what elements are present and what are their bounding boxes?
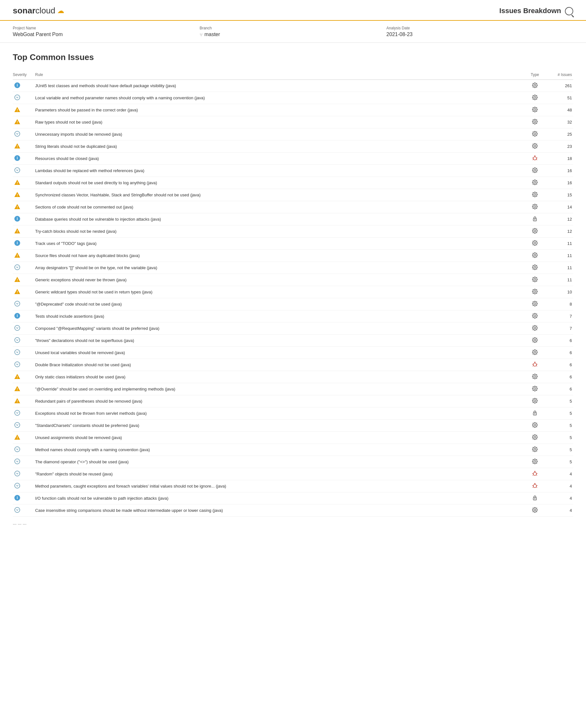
svg-line-275 xyxy=(536,378,537,379)
severity-cell: ! xyxy=(13,397,35,405)
search-icon[interactable] xyxy=(565,7,573,15)
table-row[interactable]: i Resources should be closed (java) 18 xyxy=(13,153,573,165)
svg-point-38 xyxy=(534,121,536,123)
svg-text:i: i xyxy=(17,496,18,500)
severity-icon xyxy=(14,301,21,308)
svg-text:i: i xyxy=(17,314,18,318)
svg-line-254 xyxy=(533,350,533,350)
table-row[interactable]: ! Try-catch blocks should not be nested … xyxy=(13,226,573,238)
table-row[interactable]: Local variable and method parameter name… xyxy=(13,92,573,104)
svg-text:i: i xyxy=(17,216,18,221)
section-title: Top Common Issues xyxy=(13,52,573,62)
table-row[interactable]: Array designators "[]" should be on the … xyxy=(13,262,573,274)
svg-line-113 xyxy=(533,196,533,197)
severity-icon: ! xyxy=(14,397,21,405)
table-row[interactable]: i JUnit5 test classes and methods should… xyxy=(13,80,573,92)
table-row[interactable]: ! String literals should not be duplicat… xyxy=(13,140,573,153)
table-row[interactable]: ! Generic exceptions should never be thr… xyxy=(13,274,573,286)
table-row[interactable]: Method parameters, caught exceptions and… xyxy=(13,480,573,492)
table-row[interactable]: ! Standard outputs should not be used di… xyxy=(13,177,573,189)
svg-line-298 xyxy=(533,398,533,399)
severity-icon xyxy=(14,361,21,368)
svg-line-255 xyxy=(536,354,537,355)
type-icon xyxy=(532,361,538,368)
svg-line-69 xyxy=(533,148,533,148)
table-row[interactable]: ! Only static class initializers should … xyxy=(13,371,573,383)
type-cell xyxy=(522,167,548,174)
table-row[interactable]: Unnecessary imports should be removed (j… xyxy=(13,128,573,140)
table-row[interactable]: ! Synchronized classes Vector, Hashtable… xyxy=(13,189,573,201)
table-row[interactable]: Exceptions should not be thrown from ser… xyxy=(13,408,573,420)
table-row[interactable]: ! Raw types should not be used (java) 32 xyxy=(13,116,573,128)
svg-line-209 xyxy=(533,302,533,302)
type-cell xyxy=(522,373,548,381)
table-row[interactable]: Unused local variables should be removed… xyxy=(13,347,573,359)
type-icon xyxy=(532,458,538,466)
svg-line-87 xyxy=(536,172,537,173)
svg-line-139 xyxy=(533,229,533,229)
svg-line-286 xyxy=(533,386,533,387)
table-row[interactable]: "throws" declarations should not be supe… xyxy=(13,335,573,347)
table-row[interactable]: i Track uses of "TODO" tags (java) 11 xyxy=(13,238,573,250)
table-row[interactable]: ! Parameters should be passed in the cor… xyxy=(13,104,573,116)
type-cell xyxy=(522,240,548,247)
table-row[interactable]: ! Generic wildcard types should not be u… xyxy=(13,286,573,298)
svg-line-151 xyxy=(533,241,533,241)
branch-label: Branch xyxy=(200,26,387,30)
table-row[interactable]: i I/O function calls should not be vulne… xyxy=(13,492,573,504)
table-row[interactable]: Method names should comply with a naming… xyxy=(13,444,573,456)
table-row[interactable]: ! Redundant pairs of parentheses should … xyxy=(13,395,573,408)
type-icon xyxy=(532,167,538,174)
svg-text:!: ! xyxy=(17,436,18,440)
svg-line-364 xyxy=(533,487,534,488)
rule-cell: Redundant pairs of parentheses should be… xyxy=(35,399,522,404)
svg-line-299 xyxy=(536,402,537,403)
table-row[interactable]: ! Source files should not have any dupli… xyxy=(13,250,573,262)
svg-line-288 xyxy=(536,386,537,387)
table-row[interactable]: "Random" objects should be reused (java)… xyxy=(13,468,573,480)
svg-text:!: ! xyxy=(17,230,18,233)
svg-line-256 xyxy=(536,350,537,350)
severity-cell xyxy=(13,94,35,102)
table-row[interactable]: ! "@Override" should be used on overridi… xyxy=(13,383,573,395)
table-row[interactable]: i Database queries should not be vulnera… xyxy=(13,213,573,226)
type-cell xyxy=(522,397,548,405)
severity-cell: ! xyxy=(13,288,35,296)
svg-line-187 xyxy=(536,281,537,282)
severity-icon xyxy=(14,507,21,514)
svg-line-124 xyxy=(536,204,537,205)
svg-point-374 xyxy=(534,509,536,511)
table-row[interactable]: "StandardCharsets" constants should be p… xyxy=(13,420,573,432)
table-row[interactable]: ! Unused assignments should be removed (… xyxy=(13,432,573,444)
svg-point-293 xyxy=(534,400,536,402)
svg-line-112 xyxy=(536,192,537,193)
svg-line-55 xyxy=(536,135,537,136)
svg-line-86 xyxy=(533,168,533,168)
severity-cell: ! xyxy=(13,228,35,235)
logo-text: sonarcloud xyxy=(13,6,55,16)
svg-text:i: i xyxy=(17,156,18,160)
table-row[interactable]: Case insensitive string comparisons shou… xyxy=(13,504,573,517)
severity-cell: i xyxy=(13,240,35,247)
table-row[interactable]: Composed "@RequestMapping" variants shou… xyxy=(13,322,573,335)
svg-line-166 xyxy=(533,257,533,257)
severity-cell xyxy=(13,167,35,174)
issues-count: 16 xyxy=(548,168,573,173)
table-row[interactable]: "@Deprecated" code should not be used (j… xyxy=(13,298,573,310)
svg-point-227 xyxy=(534,327,536,329)
type-cell xyxy=(522,495,548,502)
rule-cell: "StandardCharsets" constants should be p… xyxy=(35,423,522,428)
table-row[interactable]: The diamond operator ("<>") should be us… xyxy=(13,456,573,468)
table-row[interactable]: i Tests should include assertions (java)… xyxy=(13,310,573,322)
table-row[interactable]: Double Brace Initialization should not b… xyxy=(13,359,573,371)
rule-cell: Sections of code should not be commented… xyxy=(35,205,522,209)
table-row[interactable]: ! Sections of code should not be comment… xyxy=(13,201,573,213)
severity-cell xyxy=(13,446,35,453)
severity-cell xyxy=(13,470,35,478)
svg-line-232 xyxy=(533,326,533,326)
svg-text:!: ! xyxy=(17,145,18,149)
table-row[interactable]: Lambdas should be replaced with method r… xyxy=(13,165,573,177)
issues-count: 8 xyxy=(548,302,573,307)
svg-point-371 xyxy=(535,498,535,499)
svg-line-98 xyxy=(533,180,533,181)
